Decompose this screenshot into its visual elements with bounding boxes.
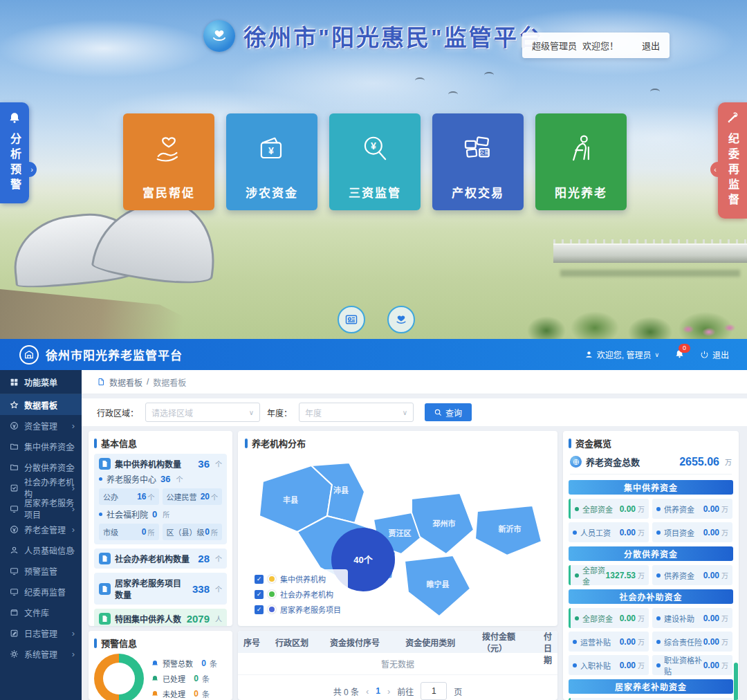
trade-badge: 交易 [479,149,490,156]
pagination: 共 0 条 ‹ 1 › 前往 页 [238,682,557,700]
sidebar-item-warning-supervision[interactable]: 预警监管 [0,560,82,581]
dashboard-header: 徐州市阳光养老监管平台 欢迎您, 管理员 ∨ 0 退出 [0,339,747,370]
caret-down-icon: ∨ [249,409,254,416]
sidebar-item-social-institutions[interactable]: 社会办养老机构› [0,477,82,498]
sidebar-item-personnel-info[interactable]: 人员基础信息› [0,540,82,560]
pagination-page-input[interactable] [421,682,447,700]
user-menu[interactable]: 欢迎您, 管理员 ∨ [584,349,659,360]
logout-label: 退出 [712,349,729,360]
document-icon [99,583,111,595]
map-legend: ✓集中供养机构 ✓社会办养老机构 ✓居家养老服务项目 [248,569,348,619]
svg-text:睢宁县: 睢宁县 [427,580,450,589]
legend-centralized-institutions[interactable]: ✓集中供养机构 [255,573,341,584]
warning-info-title: 预警信息 [94,636,227,650]
search-button[interactable]: 查询 [425,403,472,421]
person-icon [584,350,593,359]
analysis-warning-tab[interactable]: 分析预警 › [0,102,29,203]
fund-stat-cell: 全部资金0.00万 [569,499,649,519]
tile-label: 富民帮促 [142,183,195,201]
fund-stat-cell: 人员工资0.00万 [569,522,649,542]
bird-decoration [650,89,660,95]
tile-fumin-bangcu[interactable]: 富民帮促 [123,113,214,210]
discipline-supervision-tab[interactable]: 纪委再监督 ‹ [718,102,747,219]
pagination-prev-button[interactable]: ‹ [366,686,369,697]
bird-decoration [415,77,425,84]
blocks-trade-icon: 交易 [459,113,497,183]
monitor-icon [10,567,19,575]
bell-icon [8,111,21,127]
bell-icon [151,690,159,698]
sidebar-menu-header: 功能菜单 [0,370,82,394]
wallet-yuan-icon: ¥ [254,113,290,183]
warning-unprocessed-stat: 未处理 0 条 [151,688,217,699]
caret-down-icon: ∨ [654,351,659,358]
svg-text:贾汪区: 贾汪区 [389,528,412,537]
tile-sanzi-jianguan[interactable]: ¥ 三资监管 [329,113,421,210]
sidebar-item-system-management[interactable]: 系统管理› [0,643,82,664]
stat-pill: 公办16个 [99,488,159,505]
basic-info-title: 基本信息 [94,436,227,450]
tile-label: 阳光养老 [555,183,607,201]
document-icon [99,553,111,564]
pagination-next-button[interactable]: › [387,686,390,697]
warning-donut-chart [94,654,144,700]
bridge-shadow [560,270,740,277]
bird-decoration [448,91,458,98]
platform-logo-icon [203,20,235,52]
breadcrumb-root[interactable]: 数据看板 [109,376,142,388]
hero-logout-button[interactable]: 退出 [642,39,660,52]
sidebar-item-centralized-funds[interactable]: 集中供养资金› [0,436,82,457]
svg-text:沛县: 沛县 [333,486,349,495]
chevron-right-icon: › [72,441,75,452]
chevron-right-icon: › [72,545,75,555]
sidebar-item-log-management[interactable]: 日志管理› [0,623,82,643]
document-icon [97,378,105,386]
heart-care-icon[interactable] [387,306,415,333]
tile-shenong-zijin[interactable]: ¥ 涉农资金 [226,113,317,210]
bell-icon [151,659,159,667]
tile-yangguang-yanglao[interactable]: 阳光养老 [535,113,627,210]
svg-text:¥: ¥ [268,145,274,156]
legend-home-care-projects[interactable]: ✓居家养老服务项目 [255,604,341,615]
section-banner-centralized: 集中供养资金 [569,480,733,495]
checkbox-checked-icon: ✓ [255,575,264,584]
tile-chanquan-jiaoyi[interactable]: 交易 产权交易 [432,113,524,210]
hero-bottom-icons [338,306,415,333]
chevron-right-icon: › [72,504,75,514]
scrollbar-thumb[interactable] [734,663,738,700]
sidebar-item-pension-management[interactable]: 养老金管理› [0,519,82,540]
legend-social-institutions[interactable]: ✓社会办养老机构 [255,589,341,600]
sidebar-item-discipline-supervision[interactable]: 纪委再监督 [0,581,82,602]
fund-overview-title: 资金概览 [569,436,733,450]
elder-icon [563,113,599,183]
sidebar-item-dashboard[interactable]: 数据看板 [0,394,82,415]
id-card-icon[interactable] [338,306,365,333]
fund-stat-cell: 供养资金0.00万 [652,499,732,519]
chevron-right-icon: › [72,628,75,638]
sidebar-item-home-care-projects[interactable]: 居家养老服务项目› [0,498,82,519]
notification-bell[interactable]: 0 [674,349,685,361]
fund-stat-cell: 综合责任险0.00万 [652,632,732,652]
region-select[interactable]: 请选择区域∨ [145,403,260,422]
year-select[interactable]: 年度∨ [299,403,414,422]
sidebar-item-fund-management[interactable]: 资金管理› [0,415,82,436]
filter-bar: 行政区域： 请选择区域∨ 年度： 年度∨ 查询 [82,398,747,426]
welfare-institute-row: 社会福利院 0所 [99,508,222,520]
map-count-label: 40个 [353,555,373,565]
chevron-right-icon: › [72,462,75,472]
sidebar-item-decentralized-funds[interactable]: 分散供养资金› [0,457,82,477]
social-institutions-card: 社会办养老机构数量 28 个 [94,549,227,569]
coins-icon [10,421,19,430]
star-icon [10,400,19,409]
coins-icon [10,525,19,534]
pagination-page-1[interactable]: 1 [376,686,380,696]
chevron-right-icon: › [72,649,75,659]
magnifier-yuan-icon: ¥ [357,113,393,183]
centralized-support-count-card: 特困集中供养人数 2079 人 五保老人103人 三无老人1976人 [94,609,227,626]
sidebar-item-file-library[interactable]: 文件库 [0,602,82,623]
svg-text:新沂市: 新沂市 [499,524,522,533]
hero-user-box: 超级管理员 欢迎您！ 退出 [522,33,670,58]
logout-button[interactable]: 退出 [700,349,729,360]
chevron-right-icon: › [72,524,75,535]
fund-stat-cell: 全部资金0.00万 [569,608,649,628]
